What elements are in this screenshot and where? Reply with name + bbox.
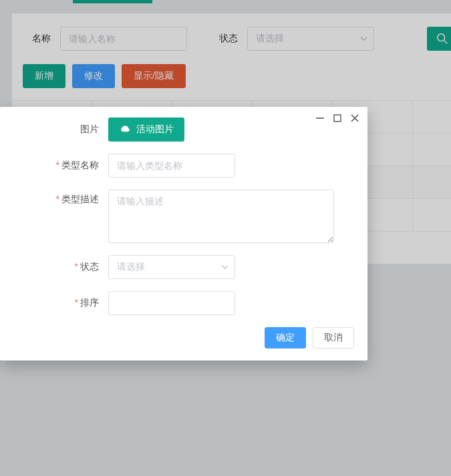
cloud-upload-icon (119, 125, 131, 134)
chevron-down-icon (221, 264, 229, 271)
cancel-button[interactable]: 取消 (313, 327, 354, 348)
modal-status-label: *状态 (13, 261, 99, 273)
form-row-status: *状态 请选择 (13, 255, 354, 279)
minimize-icon[interactable] (315, 113, 325, 123)
maximize-icon[interactable] (333, 113, 342, 123)
modal-dialog: 图片 活动图片 *类型名称 *类型描述 *状态 请选择 *排序 (0, 107, 367, 361)
form-row-type-desc: *类型描述 (13, 190, 354, 243)
ok-button[interactable]: 确定 (265, 327, 306, 348)
form-row-image: 图片 活动图片 (13, 117, 354, 142)
type-name-input[interactable] (108, 154, 235, 178)
type-name-label: *类型名称 (13, 160, 99, 172)
type-desc-label: *类型描述 (13, 190, 99, 206)
modal-status-select[interactable]: 请选择 (108, 255, 235, 279)
svg-rect-3 (334, 115, 341, 122)
form-row-sort: *排序 (13, 291, 354, 315)
upload-button[interactable]: 活动图片 (108, 117, 184, 142)
image-label: 图片 (13, 124, 99, 136)
close-icon[interactable] (350, 113, 359, 123)
form-row-type-name: *类型名称 (13, 154, 354, 178)
sort-input[interactable] (108, 291, 235, 315)
type-desc-textarea[interactable] (108, 190, 334, 243)
modal-footer: 确定 取消 (13, 327, 354, 348)
sort-label: *排序 (13, 297, 99, 309)
modal-status-display: 请选择 (108, 255, 235, 279)
upload-button-label: 活动图片 (136, 124, 174, 136)
modal-controls (315, 113, 359, 123)
